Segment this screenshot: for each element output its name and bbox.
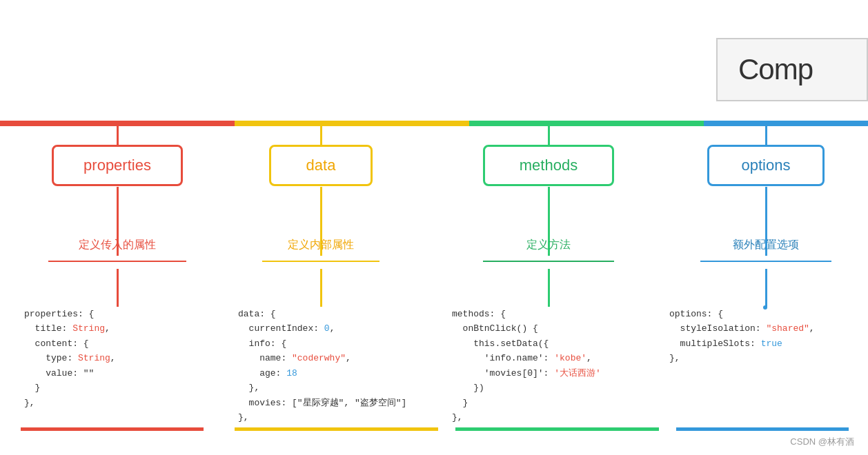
vline-green-top (548, 126, 550, 145)
top-bar-red (0, 121, 235, 126)
desc-methods: 定义方法 (483, 238, 614, 252)
desc-underline-blue (700, 261, 831, 262)
vline-yellow-top (320, 126, 322, 145)
node-properties: properties (52, 145, 183, 186)
watermark: CSDN @林有酒 (790, 436, 854, 448)
bottom-bar-green (455, 427, 659, 431)
code-properties: properties: { title: String, content: { … (24, 307, 116, 410)
vline-blue-desc-code (765, 269, 767, 307)
node-data: data (269, 145, 373, 186)
bottom-bar-red (21, 427, 204, 431)
vline-blue-top (765, 126, 767, 145)
top-bar-yellow (235, 121, 469, 126)
vline-yellow-desc-code (320, 269, 322, 307)
desc-options: 额外配置选项 (700, 238, 831, 252)
code-methods: methods: { onBtnClick() { this.setData({… (452, 307, 601, 425)
node-methods: methods (483, 145, 614, 186)
desc-underline-yellow (262, 261, 379, 262)
desc-data: 定义内部属性 (262, 238, 379, 252)
code-options: options: { styleIsolation: "shared", mul… (669, 307, 815, 366)
desc-underline-red (48, 261, 186, 262)
top-bar-green (469, 121, 704, 126)
vline-red-top (117, 126, 119, 145)
vline-red-desc-code (117, 269, 119, 307)
code-data: data: { currentIndex: 0, info: { name: "… (238, 307, 406, 425)
top-color-bar (0, 121, 868, 126)
top-bar-blue (704, 121, 868, 126)
title-text: Comp (738, 53, 813, 85)
desc-underline-green (483, 261, 614, 262)
title-box: Comp (716, 38, 868, 101)
bottom-bar-yellow (235, 427, 438, 431)
bottom-bar-blue (676, 427, 849, 431)
node-options: options (707, 145, 825, 186)
desc-properties: 定义传入的属性 (48, 238, 186, 252)
vline-green-desc-code (548, 269, 550, 307)
